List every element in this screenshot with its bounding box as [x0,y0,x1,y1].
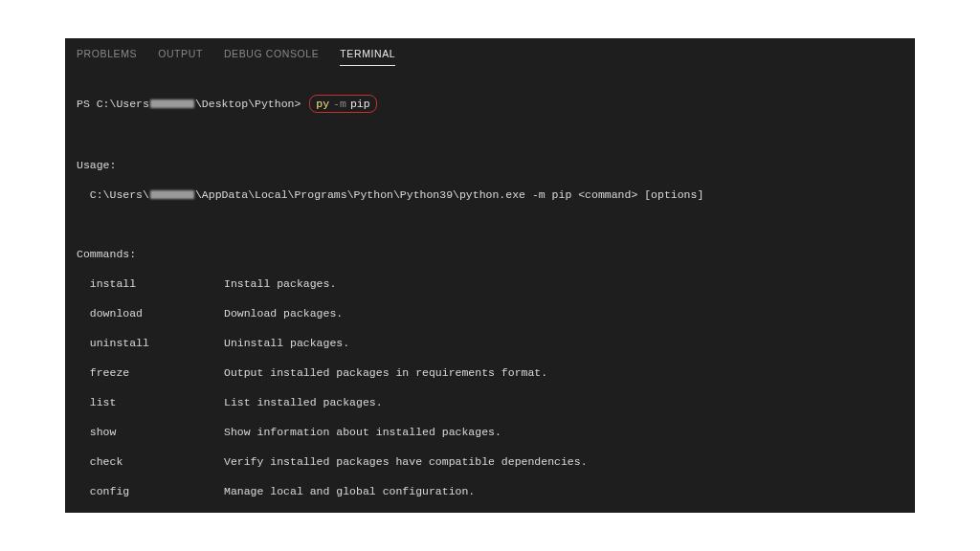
usage-label: Usage: [77,158,903,173]
command-row: showShow information about installed pac… [77,425,903,440]
command-name: list [90,396,117,408]
command-name: uninstall [90,337,149,349]
command-name: freeze [90,366,129,379]
tab-terminal[interactable]: TERMINAL [340,48,395,66]
command-name: config [90,485,129,497]
redacted-username [150,190,194,199]
highlighted-command: py-mpip [309,95,376,114]
command-row: configManage local and global configurat… [77,484,903,499]
command-name: check [90,455,123,468]
panel-tabs: PROBLEMS OUTPUT DEBUG CONSOLE TERMINAL [65,38,915,66]
terminal-output[interactable]: PS C:\Users\Desktop\Python> py-mpip Usag… [65,66,915,513]
prompt-suffix: \Desktop\Python> [195,97,301,112]
usage-path-suffix: \AppData\Local\Programs\Python\Python39\… [195,187,703,203]
commands-header: Commands: [77,247,903,262]
command-desc: Output installed packages in requirement… [224,365,547,381]
redacted-username [150,99,194,108]
command-row: listList installed packages. [77,395,903,410]
command-name: show [90,426,117,438]
tab-problems[interactable]: PROBLEMS [77,48,137,66]
tab-output[interactable]: OUTPUT [158,48,203,66]
usage-path-prefix: C:\Users\ [77,187,149,203]
command-desc: Uninstall packages. [224,336,349,351]
usage-path: C:\Users\\AppData\Local\Programs\Python\… [77,187,903,203]
command-row: installInstall packages. [77,276,903,292]
cmd-pip: pip [350,97,370,112]
command-desc: Manage local and global configuration. [224,484,475,499]
command-row: freezeOutput installed packages in requi… [77,365,903,381]
command-desc: Verify installed packages have compatibl… [224,454,588,470]
command-row: downloadDownload packages. [77,306,903,321]
terminal-panel: PROBLEMS OUTPUT DEBUG CONSOLE TERMINAL P… [65,38,915,513]
cmd-py: py [316,97,329,112]
command-name: download [90,307,143,320]
prompt-prefix: PS C:\Users [77,97,149,112]
tab-debug-console[interactable]: DEBUG CONSOLE [224,48,319,66]
command-row: checkVerify installed packages have comp… [77,454,903,470]
command-row: uninstallUninstall packages. [77,336,903,351]
command-desc: List installed packages. [224,395,383,410]
prompt-line: PS C:\Users\Desktop\Python> py-mpip [77,95,903,114]
command-desc: Install packages. [224,276,336,292]
command-desc: Show information about installed package… [224,425,501,440]
command-desc: Download packages. [224,306,343,321]
cmd-flag: -m [333,97,346,112]
command-name: install [90,277,136,290]
